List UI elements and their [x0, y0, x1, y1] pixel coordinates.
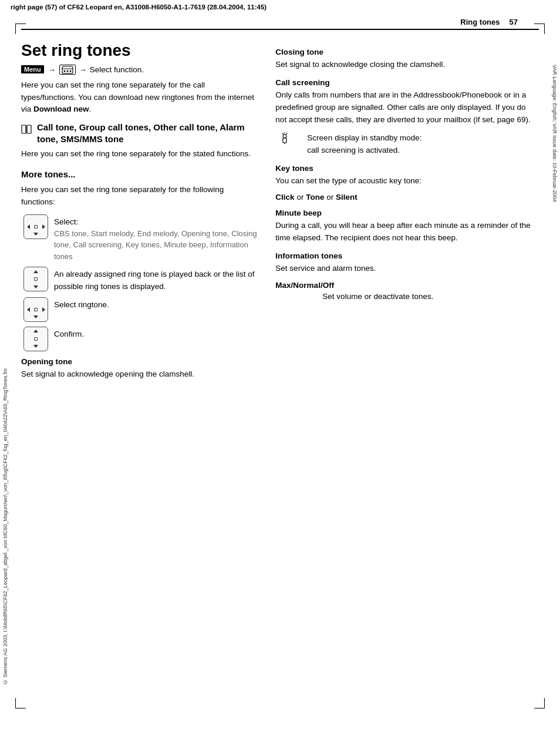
corner-mark-tl-h — [15, 23, 26, 24]
dpad-up-cell — [32, 216, 39, 223]
dpad2-center — [32, 276, 39, 283]
page-header-number: 57 — [510, 18, 518, 26]
dpad-icon-lr2 — [23, 297, 48, 322]
corner-mark-br-h — [534, 708, 545, 709]
sidebar-right-text: VAR Language: English; VAR issue date: 1… — [552, 65, 558, 202]
dpad4-left — [25, 335, 32, 343]
nav-select-text: Select function. — [90, 65, 144, 74]
svg-rect-5 — [22, 125, 26, 133]
select-links: CBS tone, Start melody, End melody, Open… — [54, 228, 258, 263]
nav-row-playback: An already assigned ring tone is played … — [23, 267, 258, 293]
corner-mark-tr-v — [544, 23, 545, 34]
dpad3-bl — [25, 314, 32, 321]
svg-point-2 — [63, 70, 65, 72]
standby-icon — [281, 132, 299, 150]
corner-mark-tl-v — [15, 23, 16, 34]
select-label: Select: — [54, 216, 258, 228]
call-screening-heading: Call screening — [275, 78, 539, 87]
dpad4-down — [32, 343, 39, 350]
svg-rect-12 — [283, 138, 286, 143]
volume-line: Max/Normal/Off — [275, 281, 539, 290]
top-bar-text: right page (57) of CF62 Leopard en, A310… — [11, 4, 266, 11]
info-tones-text: Set service and alarm tones. — [275, 263, 539, 275]
or-1: or — [295, 193, 306, 202]
corner-mark-bl-h — [15, 708, 26, 709]
dpad-grid-3 — [25, 298, 47, 321]
opening-tone-heading: Opening tone — [21, 357, 258, 366]
function-icon — [59, 65, 76, 75]
more-tones-heading: More tones... — [21, 169, 258, 180]
dpad4-up — [32, 328, 39, 335]
key-tones-section: Key tones You can set the type of acoust… — [275, 164, 539, 202]
dpad3-tr — [40, 298, 47, 305]
nav-row-select: Select: CBS tone, Start melody, End melo… — [23, 214, 258, 263]
info-tones-section: Information tones Set service and alarm … — [275, 251, 539, 303]
volume-desc: Set volume or deactivate tones. — [275, 291, 539, 303]
call-screening-text: Only calls from numbers that are in the … — [275, 89, 539, 126]
dpad4-tr — [40, 328, 47, 335]
dpad-icon-ud — [23, 267, 48, 291]
corner-mark-br-v — [544, 698, 545, 709]
corner-mark-bl-v — [15, 698, 16, 709]
svg-line-9 — [284, 132, 285, 133]
nav-line: Menu → → Select function. — [21, 65, 258, 75]
dpad2-br — [40, 283, 47, 290]
dpad3-tl — [25, 298, 32, 305]
dpad4-br — [40, 343, 47, 350]
top-bar: right page (57) of CF62 Leopard en, A310… — [0, 0, 560, 13]
page-header-title: Ring tones — [460, 18, 500, 26]
dpad4-bl — [25, 343, 32, 350]
closing-tone-heading: Closing tone — [275, 48, 539, 56]
minute-beep-heading: Minute beep — [275, 209, 539, 217]
dpad-icon-lr — [23, 214, 48, 239]
key-tones-heading: Key tones — [275, 164, 539, 173]
dpad3-center — [32, 306, 39, 313]
page-title: Set ring tones — [21, 42, 258, 60]
dpad-left-cell — [25, 223, 32, 230]
dpad2-tl — [25, 268, 32, 275]
page-header: Ring tones 57 — [21, 13, 539, 30]
arrow-1: → — [48, 65, 56, 74]
arrow-2: → — [79, 65, 87, 74]
standby-row: Screen display in standby mode: call scr… — [275, 132, 539, 157]
nav-row-ringtone: Select ringtone. — [23, 297, 258, 322]
sidebar-right: VAR Language: English; VAR issue date: 1… — [549, 47, 560, 685]
dpad2-left — [25, 276, 32, 283]
dpad2-tr — [40, 268, 47, 275]
dpad2-bl — [25, 283, 32, 290]
or-2: or — [324, 193, 336, 202]
sidebar-left-text: © Siemens AG 2003, I:\MobilR65\CF62_Leop… — [2, 368, 9, 685]
dpad2-up — [32, 268, 39, 275]
dpad-grid — [25, 216, 47, 238]
call-screening-section: Call screening Only calls from numbers t… — [275, 78, 539, 157]
svg-rect-6 — [27, 125, 31, 133]
dpad-center-cell — [32, 223, 39, 230]
svg-point-3 — [66, 70, 68, 72]
svg-line-10 — [286, 133, 287, 135]
standby-text-container: Screen display in standby mode: call scr… — [307, 132, 421, 157]
select-instruction: Select: CBS tone, Start melody, End melo… — [54, 214, 258, 263]
dpad3-right — [40, 306, 47, 313]
standby-text-2: call screening is activated. — [307, 145, 421, 157]
intro-text-end: . — [89, 105, 92, 113]
dpad3-up — [32, 298, 39, 305]
subsection-heading: Call tone, Group call tones, Other call … — [21, 122, 258, 145]
closing-tone-text: Set signal to acknowledge closing the cl… — [275, 59, 539, 71]
dpad-grid-4 — [25, 328, 47, 350]
dpad-empty-bl — [25, 231, 32, 238]
closing-tone-section: Closing tone Set signal to acknowledge c… — [275, 48, 539, 71]
click-tone-line: Click or Tone or Silent — [275, 193, 539, 202]
subsection-body-text: Here you can set the ring tone separatel… — [21, 148, 258, 160]
dpad3-left — [25, 306, 32, 313]
left-column: Set ring tones Menu → → Select function.… — [21, 36, 269, 387]
dpad4-right — [40, 335, 47, 343]
dpad3-br — [40, 314, 47, 321]
dpad-empty-tl — [25, 216, 32, 223]
dpad-icon-ud2 — [23, 327, 48, 351]
dpad2-right — [40, 276, 47, 283]
minute-beep-text: During a call, you will hear a beep afte… — [275, 220, 539, 244]
dpad3-down — [32, 314, 39, 321]
click-link: Click — [275, 193, 294, 202]
main-content: Set ring tones Menu → → Select function.… — [0, 36, 560, 387]
dpad2-down — [32, 283, 39, 290]
